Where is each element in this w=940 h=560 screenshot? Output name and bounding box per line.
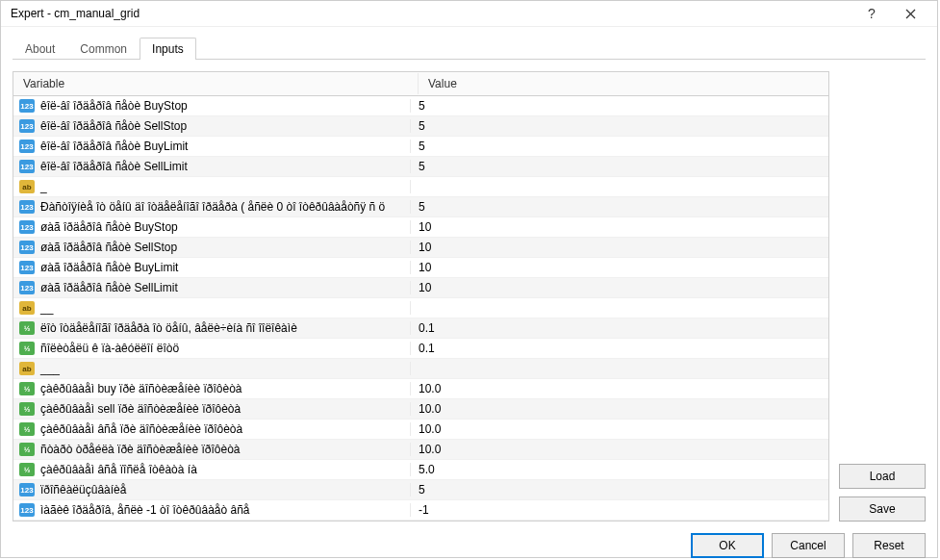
titlebar: Expert - cm_manual_grid ? <box>1 1 937 27</box>
variable-cell: ½çàêðûâàåì sell ïðè äîñòèæåíèè ïðîôèòà <box>13 402 411 416</box>
table-row[interactable]: ½ñòàðò òðåéëà ïðè äîñòèæåíèè ïðîôèòà10.0 <box>13 440 828 460</box>
table-row[interactable]: 123øàã îðäåðîâ ñåòè BuyLimit10 <box>13 258 828 278</box>
table-row[interactable]: ab___ <box>13 359 828 379</box>
value-cell[interactable]: 5 <box>411 99 828 113</box>
close-button[interactable] <box>891 1 929 26</box>
variable-cell: 123øàã îðäåðîâ ñåòè BuyLimit <box>13 261 411 274</box>
variable-name: çàêðûâàåì âñå ïðè äîñòèæåíèè ïðîôèòà <box>40 422 242 436</box>
value-cell[interactable]: 0.1 <box>411 342 828 355</box>
table-row[interactable]: 123êîë-âî îðäåðîâ ñåòè BuyStop5 <box>13 96 828 116</box>
dialog-window: Expert - cm_manual_grid ? About Common I… <box>0 0 938 558</box>
table-row[interactable]: 123êîë-âî îðäåðîâ ñåòè SellStop5 <box>13 116 828 137</box>
value-cell[interactable]: 5 <box>411 160 828 173</box>
table-row[interactable]: 123êîë-âî îðäåðîâ ñåòè SellLimit5 <box>13 157 828 177</box>
value-cell[interactable]: 5 <box>411 483 828 496</box>
variable-name: çàêðûâàåì buy ïðè äîñòèæåíèè ïðîôèòà <box>40 382 242 395</box>
inputs-grid[interactable]: Variable Value 123êîë-âî îðäåðîâ ñåòè Bu… <box>13 71 829 522</box>
ok-button[interactable]: OK <box>691 533 764 558</box>
table-row[interactable]: ab__ <box>13 298 828 318</box>
variable-name: Ðàñòîÿíèå îò öåíû äî îòäåëåíîãî îðäåðà (… <box>40 200 385 214</box>
variable-name: çàêðûâàåì sell ïðè äîñòèæåíèè ïðîôèòà <box>40 402 241 416</box>
table-row[interactable]: 123øàã îðäåðîâ ñåòè SellStop10 <box>13 238 828 258</box>
double-type-icon: ½ <box>19 402 35 416</box>
table-row[interactable]: 123êîë-âî îðäåðîâ ñåòè BuyLimit5 <box>13 137 828 157</box>
client-area: About Common Inputs Variable Value 123êî… <box>1 27 937 560</box>
variable-cell: 123ïðîñêàëüçûâàíèå <box>13 483 411 496</box>
value-cell[interactable]: 5 <box>411 200 828 214</box>
variable-cell: ½ñîëèòåëü ê ïà-àêóëëîí ëîòö <box>13 342 411 355</box>
cancel-button[interactable]: Cancel <box>772 533 845 558</box>
variable-cell: ½ñòàðò òðåéëà ïðè äîñòèæåíèè ïðîôèòà <box>13 443 411 456</box>
double-type-icon: ½ <box>19 382 35 395</box>
variable-name: øàã îðäåðîâ ñåòè SellStop <box>40 241 177 254</box>
variable-name: êîë-âî îðäåðîâ ñåòè BuyLimit <box>40 140 188 153</box>
int-type-icon: 123 <box>19 160 35 173</box>
variable-name: ___ <box>40 362 60 375</box>
value-cell[interactable]: 10 <box>411 220 828 234</box>
inputs-content: Variable Value 123êîë-âî îðäåðîâ ñåòè Bu… <box>13 71 926 522</box>
variable-cell: 123êîë-âî îðäåðîâ ñåòè BuyLimit <box>13 140 411 153</box>
table-row[interactable]: ½çàêðûâàåì âñå ïîñëå îòêàòà íà5.0 <box>13 460 828 480</box>
table-row[interactable]: ab_ <box>13 177 828 197</box>
variable-cell: 123êîë-âî îðäåðîâ ñåòè SellLimit <box>13 160 411 173</box>
column-header-variable[interactable]: Variable <box>13 73 419 94</box>
int-type-icon: 123 <box>19 281 35 294</box>
variable-cell: 123ìàãèê îðäåðîâ, åñëè -1 òî îòêðûâàåò â… <box>13 503 411 517</box>
tab-common[interactable]: Common <box>67 38 140 60</box>
variable-name: øàã îðäåðîâ ñåòè SellLimit <box>40 281 178 294</box>
tab-inputs[interactable]: Inputs <box>140 38 196 60</box>
save-button[interactable]: Save <box>839 496 926 522</box>
variable-cell: ab_ <box>13 180 411 193</box>
variable-cell: 123êîë-âî îðäåðîâ ñåòè SellStop <box>13 119 411 133</box>
int-type-icon: 123 <box>19 200 35 214</box>
value-cell[interactable]: 5 <box>411 140 828 153</box>
load-button[interactable]: Load <box>839 464 926 489</box>
variable-name: øàã îðäåðîâ ñåòè BuyStop <box>40 220 178 234</box>
table-row[interactable]: 123øàã îðäåðîâ ñåòè SellLimit10 <box>13 278 828 298</box>
value-cell[interactable]: 10.0 <box>411 443 828 456</box>
tab-about[interactable]: About <box>13 38 67 60</box>
int-type-icon: 123 <box>19 140 35 153</box>
table-row[interactable]: 123øàã îðäåðîâ ñåòè BuyStop10 <box>13 217 828 238</box>
int-type-icon: 123 <box>19 119 35 133</box>
int-type-icon: 123 <box>19 483 35 496</box>
table-row[interactable]: ½çàêðûâàåì sell ïðè äîñòèæåíèè ïðîôèòà10… <box>13 399 828 420</box>
reset-button[interactable]: Reset <box>852 533 926 558</box>
dialog-footer: OK Cancel Reset <box>13 533 926 558</box>
column-header-value[interactable]: Value <box>419 73 828 94</box>
help-button[interactable]: ? <box>852 1 891 26</box>
value-cell[interactable]: 0.1 <box>411 321 828 335</box>
variable-name: êîë-âî îðäåðîâ ñåòè SellStop <box>40 119 187 133</box>
value-cell[interactable]: 10 <box>411 261 828 274</box>
variable-name: êîë-âî îðäåðîâ ñåòè SellLimit <box>40 160 188 173</box>
variable-cell: ab__ <box>13 301 411 315</box>
tab-strip: About Common Inputs <box>13 37 926 60</box>
value-cell[interactable]: 10.0 <box>411 402 828 416</box>
table-row[interactable]: ½ëîò îòäåëåíîãî îðäåðà îò öåíû, âåëè÷èíà… <box>13 318 828 339</box>
variable-name: __ <box>40 301 53 315</box>
value-cell[interactable]: 10 <box>411 241 828 254</box>
value-cell[interactable]: 5.0 <box>411 463 828 476</box>
double-type-icon: ½ <box>19 463 35 476</box>
table-row[interactable]: 123ïðîñêàëüçûâàíèå5 <box>13 480 828 500</box>
int-type-icon: 123 <box>19 241 35 254</box>
variable-cell: 123Ðàñòîÿíèå îò öåíû äî îòäåëåíîãî îðäåð… <box>13 200 411 214</box>
table-row[interactable]: 123ìàãèê îðäåðîâ, åñëè -1 òî îòêðûâàåò â… <box>13 500 828 521</box>
table-row[interactable]: 123Ðàñòîÿíèå îò öåíû äî îòäåëåíîãî îðäåð… <box>13 197 828 217</box>
variable-cell: ab___ <box>13 362 411 375</box>
table-row[interactable]: ½ñîëèòåëü ê ïà-àêóëëîí ëîòö0.1 <box>13 339 828 359</box>
value-cell[interactable]: 10 <box>411 281 828 294</box>
string-type-icon: ab <box>19 301 35 315</box>
table-row[interactable]: ½çàêðûâàåì buy ïðè äîñòèæåíèè ïðîôèòà10.… <box>13 379 828 399</box>
grid-body: 123êîë-âî îðäåðîâ ñåòè BuyStop5123êîë-âî… <box>13 96 828 521</box>
value-cell[interactable]: -1 <box>411 503 828 517</box>
value-cell[interactable]: 10.0 <box>411 422 828 436</box>
variable-name: çàêðûâàåì âñå ïîñëå îòêàòà íà <box>40 463 197 476</box>
table-row[interactable]: ½çàêðûâàåì âñå ïðè äîñòèæåíèè ïðîôèòà10.… <box>13 420 828 440</box>
value-cell[interactable]: 10.0 <box>411 382 828 395</box>
variable-cell: ½ëîò îòäåëåíîãî îðäåðà îò öåíû, âåëè÷èíà… <box>13 321 411 335</box>
value-cell[interactable]: 5 <box>411 119 828 133</box>
variable-name: øàã îðäåðîâ ñåòè BuyLimit <box>40 261 178 274</box>
double-type-icon: ½ <box>19 342 35 355</box>
variable-name: ìàãèê îðäåðîâ, åñëè -1 òî îòêðûâàåò âñå <box>40 503 250 517</box>
